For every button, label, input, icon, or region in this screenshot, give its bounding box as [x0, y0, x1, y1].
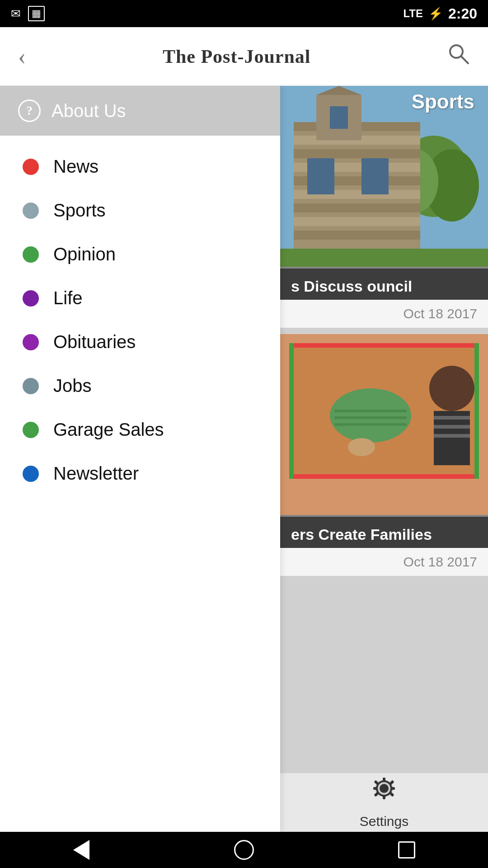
settings-icon [371, 776, 397, 807]
svg-rect-36 [289, 343, 294, 479]
status-bar: ✉ ▦ LTE ⚡ 2:20 [0, 0, 488, 27]
news-label: News [53, 156, 99, 177]
back-button[interactable]: ‹ [18, 43, 26, 70]
card-1[interactable]: s Discuss ouncil Oct 18 2017 [280, 86, 488, 328]
sidebar-item-news[interactable]: News [0, 145, 280, 189]
card-2-caption: ers Create Families [280, 517, 488, 548]
gmail-icon: ✉ [11, 7, 21, 21]
back-nav-icon [73, 840, 89, 860]
svg-rect-41 [383, 795, 385, 799]
svg-point-33 [348, 438, 375, 456]
svg-rect-43 [390, 787, 395, 790]
svg-rect-37 [474, 343, 479, 479]
battery-icon: ⚡ [428, 7, 443, 21]
svg-rect-14 [294, 217, 420, 226]
svg-point-28 [429, 366, 474, 411]
home-nav-icon [234, 840, 254, 860]
nav-items: News Sports Opinion Life Obituaries Jobs [0, 136, 280, 505]
activity-image [280, 334, 488, 515]
about-us-icon: ? [18, 99, 41, 122]
opinion-dot [23, 246, 39, 263]
garage-sales-dot [23, 422, 39, 438]
content-sports-label: Sports [412, 90, 474, 113]
card-1-caption: s Discuss ouncil [280, 269, 488, 300]
content-area: Sports [280, 86, 488, 832]
settings-label: Settings [360, 814, 408, 829]
app-title: The Post-Journal [163, 46, 311, 67]
bottom-nav [0, 832, 488, 868]
status-bar-left: ✉ ▦ [11, 6, 45, 21]
sidebar-item-newsletter[interactable]: Newsletter [0, 452, 280, 495]
sidebar-drawer: ? About Us News Sports Opinion Life [0, 86, 280, 832]
about-us-label: About Us [52, 101, 126, 121]
svg-rect-13 [294, 203, 420, 212]
sidebar-item-jobs[interactable]: Jobs [0, 364, 280, 408]
svg-rect-40 [383, 778, 385, 782]
card-2-title: ers Create Families [291, 526, 477, 543]
svg-rect-9 [294, 149, 420, 158]
lte-label: LTE [403, 7, 423, 20]
opinion-label: Opinion [53, 244, 116, 264]
svg-rect-19 [307, 158, 334, 194]
sidebar-item-sports[interactable]: Sports [0, 189, 280, 232]
about-us-header[interactable]: ? About Us [0, 86, 280, 136]
jobs-dot [23, 378, 39, 394]
news-dot [23, 159, 39, 175]
sidebar-item-obituaries[interactable]: Obituaries [0, 320, 280, 364]
time-display: 2:20 [448, 5, 477, 22]
obituaries-label: Obituaries [53, 332, 136, 352]
life-label: Life [53, 288, 83, 308]
svg-line-1 [461, 56, 468, 63]
back-nav-button[interactable] [70, 839, 93, 861]
sidebar-item-life[interactable]: Life [0, 276, 280, 320]
building-image [280, 86, 488, 267]
svg-rect-20 [361, 158, 389, 194]
jobs-label: Jobs [53, 376, 92, 396]
sports-dot [23, 203, 39, 219]
home-nav-button[interactable] [233, 839, 255, 861]
sim-card-icon: ▦ [28, 6, 45, 21]
obituaries-dot [23, 334, 39, 350]
svg-rect-15 [294, 231, 420, 240]
card-2-date: Oct 18 2017 [280, 548, 488, 576]
main-layout: ? About Us News Sports Opinion Life [0, 86, 488, 832]
svg-rect-18 [330, 106, 348, 129]
life-dot [23, 290, 39, 307]
recents-nav-button[interactable] [395, 839, 418, 861]
recents-nav-icon [398, 841, 415, 859]
card-1-date: Oct 18 2017 [280, 300, 488, 328]
newsletter-label: Newsletter [53, 463, 139, 484]
status-bar-right: LTE ⚡ 2:20 [403, 5, 477, 22]
svg-rect-21 [280, 249, 488, 267]
settings-bar[interactable]: Settings [280, 773, 488, 832]
svg-rect-34 [289, 343, 479, 348]
svg-rect-42 [373, 787, 378, 790]
sidebar-item-opinion[interactable]: Opinion [0, 232, 280, 276]
svg-rect-35 [289, 474, 479, 479]
svg-point-24 [330, 388, 411, 443]
sports-label: Sports [53, 200, 106, 221]
card-2[interactable]: ers Create Families Oct 18 2017 [280, 334, 488, 576]
sidebar-item-garage-sales[interactable]: Garage Sales [0, 408, 280, 452]
app-header: ‹ The Post-Journal [0, 27, 488, 86]
newsletter-dot [23, 466, 39, 482]
card-1-title: s Discuss ouncil [291, 278, 477, 295]
search-button[interactable] [447, 42, 470, 70]
garage-sales-label: Garage Sales [53, 420, 164, 440]
